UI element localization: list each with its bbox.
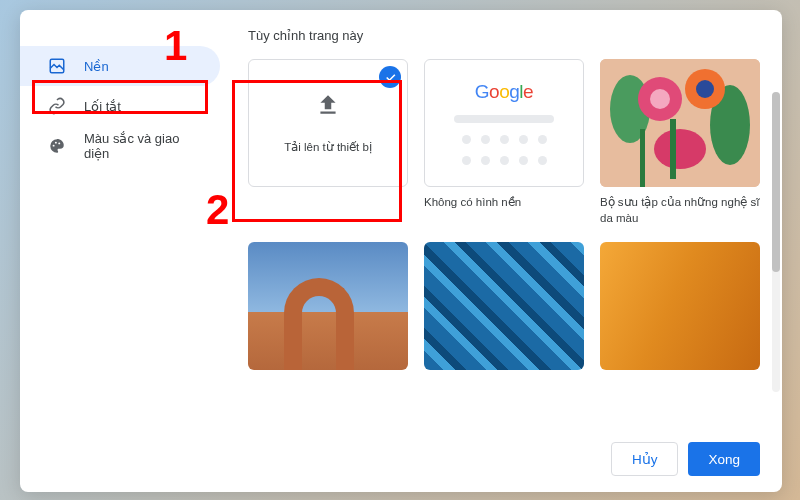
sidebar: Nền Lối tắt Màu sắc và giao diện <box>20 10 230 430</box>
content-area: Tùy chỉnh trang này Tải lên từ thiết bị <box>230 10 782 430</box>
palette-icon <box>48 137 66 155</box>
upload-icon <box>315 92 341 122</box>
dialog-footer: Hủy Xong <box>20 430 782 492</box>
tile-artists-wrap: Bộ sưu tập của những nghệ sĩ da màu <box>600 59 760 226</box>
upload-tile[interactable]: Tải lên từ thiết bị <box>248 59 408 187</box>
scrollbar-thumb[interactable] <box>772 92 780 272</box>
artists-collection-tile[interactable] <box>600 59 760 187</box>
link-icon <box>48 97 66 115</box>
google-logo: Google <box>475 81 533 103</box>
sidebar-item-label: Lối tắt <box>84 99 121 114</box>
svg-point-11 <box>654 129 706 169</box>
tile-none-wrap: Google Không có hình nền <box>424 59 584 226</box>
page-title: Tùy chỉnh trang này <box>248 28 774 43</box>
background-grid: Tải lên từ thiết bị Google Không có hình… <box>248 59 774 380</box>
tile-label: Bộ sưu tập của những nghệ sĩ da màu <box>600 195 760 226</box>
sidebar-item-label: Nền <box>84 59 109 74</box>
svg-point-8 <box>650 89 670 109</box>
done-button[interactable]: Xong <box>688 442 760 476</box>
life-collection-tile[interactable] <box>600 242 760 370</box>
annotation-number-2: 2 <box>206 186 229 234</box>
sidebar-item-label: Màu sắc và giao diện <box>84 131 202 161</box>
tile-texture-wrap <box>424 242 584 370</box>
svg-point-10 <box>696 80 714 98</box>
annotation-number-1: 1 <box>164 22 187 70</box>
no-background-tile[interactable]: Google <box>424 59 584 187</box>
upload-tile-label: Tải lên từ thiết bị <box>284 140 372 154</box>
sidebar-item-shortcuts[interactable]: Lối tắt <box>20 86 220 126</box>
svg-point-2 <box>55 142 57 144</box>
sidebar-item-background[interactable]: Nền <box>20 46 220 86</box>
customize-dialog: Nền Lối tắt Màu sắc và giao diện Tùy chỉ… <box>20 10 782 492</box>
svg-rect-13 <box>640 129 645 187</box>
shortcut-dots-row <box>462 156 547 165</box>
tile-label: Không có hình nền <box>424 195 584 211</box>
svg-rect-12 <box>670 119 676 179</box>
tile-landscape-wrap <box>248 242 408 370</box>
dialog-body: Nền Lối tắt Màu sắc và giao diện Tùy chỉ… <box>20 10 782 430</box>
svg-point-1 <box>53 145 55 147</box>
shortcut-dots-row <box>462 135 547 144</box>
svg-point-3 <box>58 142 60 144</box>
searchbar-placeholder-shape <box>454 115 554 123</box>
selected-check-icon <box>379 66 401 88</box>
tile-life-wrap <box>600 242 760 370</box>
image-frame-icon <box>48 57 66 75</box>
cancel-button[interactable]: Hủy <box>611 442 679 476</box>
landscape-collection-tile[interactable] <box>248 242 408 370</box>
tile-upload-wrap: Tải lên từ thiết bị <box>248 59 408 226</box>
sidebar-item-theme[interactable]: Màu sắc và giao diện <box>20 126 220 166</box>
texture-collection-tile[interactable] <box>424 242 584 370</box>
flower-art-icon <box>600 59 760 187</box>
